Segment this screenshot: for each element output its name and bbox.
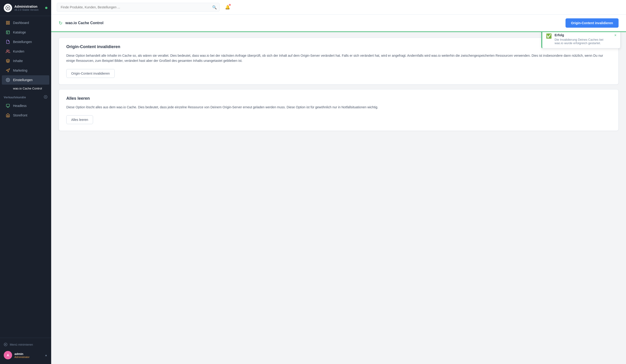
toast-content: Erfolg Die Invalidierung Deines Caches b… — [555, 33, 612, 45]
svg-rect-3 — [6, 23, 7, 24]
sidebar-item-bestellungen[interactable]: Bestellungen — [2, 37, 49, 46]
sidebar-footer: Menü minimieren A admin Administrator ▲ — [0, 338, 51, 364]
invalidate-origin-button[interactable]: Origin-Content invalidieren — [566, 18, 619, 28]
sidebar-item-kunden[interactable]: Kunden — [2, 47, 49, 56]
sidebar-item-label: Bestellungen — [13, 40, 32, 44]
toast-message: Die Invalidierung Deines Caches bei wao.… — [555, 38, 612, 45]
sidebar-subitem-wao-cache[interactable]: wao.io Cache Control — [2, 85, 49, 92]
card-title: Origin-Content invalidieren — [66, 44, 611, 49]
origin-content-card-button[interactable]: Origin-Content invalidieren — [66, 69, 115, 78]
toast-check-icon: ✅ — [546, 33, 552, 39]
kataloge-icon — [5, 30, 10, 35]
cache-refresh-icon: ↻ — [59, 20, 63, 26]
user-menu-chevron[interactable]: ▲ — [45, 354, 47, 357]
inhalte-icon — [5, 59, 10, 63]
sidebar-item-label: Kunden — [13, 49, 24, 53]
notification-badge — [229, 4, 231, 6]
alles-leeren-card: Alles leeren Diese Option löscht alles a… — [59, 89, 619, 131]
bestellungen-icon — [5, 39, 10, 44]
minimize-label: Menü minimieren — [10, 343, 33, 346]
svg-point-8 — [7, 79, 9, 81]
svg-marker-7 — [6, 59, 10, 61]
sidebar-item-label: Marketing — [13, 69, 27, 72]
sidebar-item-kataloge[interactable]: Kataloge — [2, 28, 49, 37]
sidebar-item-dashboard[interactable]: Dashboard — [2, 18, 49, 27]
sidebar-item-headless[interactable]: Headless — [2, 101, 49, 110]
search-box: 🔍 — [57, 3, 220, 12]
sales-channels-section: Verkaufskanäle — [0, 92, 51, 101]
sidebar-item-marketing[interactable]: Marketing — [2, 66, 49, 75]
sidebar-item-label: Storefront — [13, 113, 27, 117]
add-sales-channel-icon[interactable] — [44, 95, 47, 100]
page-header: ↻ wao.io Cache Control Origin-Content in… — [51, 15, 626, 32]
sidebar-item-einstellungen[interactable]: Einstellungen — [2, 75, 49, 85]
notification-button[interactable]: 🔔 — [223, 3, 232, 11]
einstellungen-icon — [5, 78, 10, 82]
main-nav: Dashboard Kataloge Bestellungen Kunden — [0, 16, 51, 338]
section-label-text: Verkaufskanäle — [4, 96, 26, 99]
toast-close-button[interactable]: × — [614, 33, 617, 37]
card-title: Alles leeren — [66, 96, 611, 101]
alles-leeren-card-button[interactable]: Alles leeren — [66, 115, 93, 124]
kunden-icon — [5, 49, 10, 54]
card-description: Diese Option behandelt alle Inhalte im C… — [66, 53, 611, 64]
page-title: wao.io Cache Control — [65, 21, 104, 25]
sidebar-subitem-label: wao.io Cache Control — [13, 87, 42, 90]
success-toast: ✅ Erfolg Die Invalidierung Deines Caches… — [541, 32, 621, 48]
user-role: Administrator — [14, 356, 42, 359]
sidebar-item-inhalte[interactable]: Inhalte — [2, 56, 49, 66]
sidebar-item-label: Einstellungen — [13, 78, 33, 82]
sidebar-item-label: Kataloge — [13, 31, 26, 34]
headless-icon — [5, 104, 10, 108]
topbar: 🔍 🔔 — [51, 0, 626, 15]
svg-rect-5 — [6, 31, 9, 34]
app-logo — [4, 4, 12, 12]
minimize-menu-button[interactable]: Menü minimieren — [4, 341, 47, 348]
content-area: ✅ Erfolg Die Invalidierung Deines Caches… — [51, 32, 626, 364]
sidebar-header: Administration v6.2.0 Stable Version — [0, 0, 51, 16]
online-indicator — [45, 7, 47, 9]
storefront-icon — [5, 113, 10, 118]
avatar: A — [4, 351, 12, 359]
sidebar: Administration v6.2.0 Stable Version Das… — [0, 0, 51, 364]
app-name: Administration — [14, 5, 43, 8]
svg-rect-1 — [6, 21, 7, 22]
user-section: A admin Administrator ▲ — [4, 349, 47, 361]
app-version: v6.2.0 Stable Version — [14, 8, 43, 11]
marketing-icon — [5, 68, 10, 73]
app-title-block: Administration v6.2.0 Stable Version — [14, 5, 43, 11]
svg-rect-2 — [8, 21, 9, 22]
search-input[interactable] — [57, 3, 220, 12]
svg-rect-4 — [8, 23, 9, 24]
svg-rect-12 — [6, 104, 9, 107]
sidebar-item-label: Inhalte — [13, 59, 23, 63]
card-description: Diese Option löscht alles aus dem wao.io… — [66, 105, 611, 110]
sidebar-item-storefront[interactable]: Storefront — [2, 111, 49, 120]
sidebar-item-label: Headless — [13, 104, 27, 108]
page-title-row: ↻ wao.io Cache Control — [59, 20, 104, 26]
user-info: admin Administrator — [14, 352, 42, 359]
toast-title: Erfolg — [555, 33, 612, 37]
origin-content-card: Origin-Content invalidieren Diese Option… — [59, 38, 619, 85]
dashboard-icon — [5, 20, 10, 25]
svg-point-6 — [7, 50, 8, 51]
search-icon[interactable]: 🔍 — [212, 5, 217, 9]
user-name: admin — [14, 352, 42, 356]
sidebar-item-label: Dashboard — [13, 21, 29, 25]
main-content: 🔍 🔔 ↻ wao.io Cache Control Origin-Conten… — [51, 0, 626, 364]
